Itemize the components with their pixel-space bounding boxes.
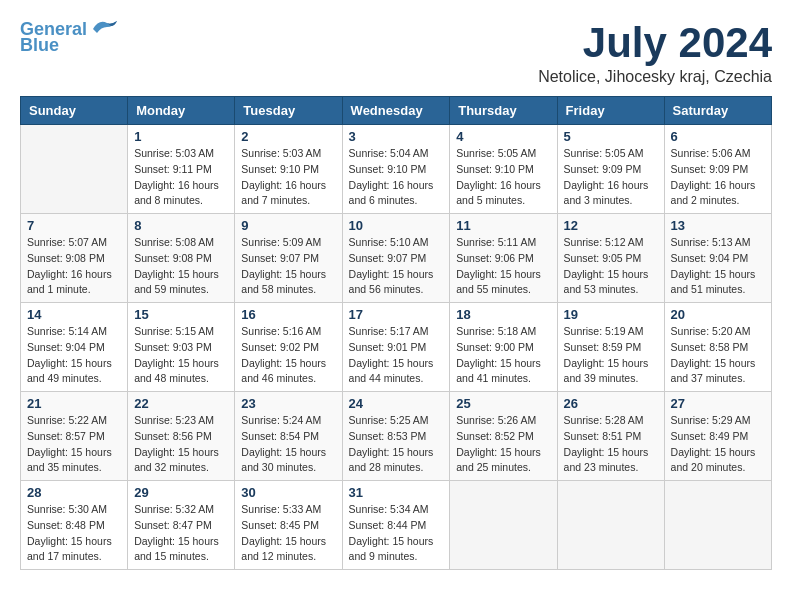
day-number: 16 bbox=[241, 307, 335, 322]
day-number: 27 bbox=[671, 396, 765, 411]
weekday-header: Friday bbox=[557, 97, 664, 125]
title-block: July 2024 Netolice, Jihocesky kraj, Czec… bbox=[538, 20, 772, 86]
day-number: 21 bbox=[27, 396, 121, 411]
calendar-cell: 10Sunrise: 5:10 AM Sunset: 9:07 PM Dayli… bbox=[342, 214, 450, 303]
day-number: 5 bbox=[564, 129, 658, 144]
day-info: Sunrise: 5:10 AM Sunset: 9:07 PM Dayligh… bbox=[349, 235, 444, 298]
day-number: 1 bbox=[134, 129, 228, 144]
calendar-cell bbox=[21, 125, 128, 214]
calendar-cell: 5Sunrise: 5:05 AM Sunset: 9:09 PM Daylig… bbox=[557, 125, 664, 214]
calendar-table: SundayMondayTuesdayWednesdayThursdayFrid… bbox=[20, 96, 772, 570]
day-info: Sunrise: 5:23 AM Sunset: 8:56 PM Dayligh… bbox=[134, 413, 228, 476]
day-number: 24 bbox=[349, 396, 444, 411]
day-info: Sunrise: 5:17 AM Sunset: 9:01 PM Dayligh… bbox=[349, 324, 444, 387]
calendar-cell: 3Sunrise: 5:04 AM Sunset: 9:10 PM Daylig… bbox=[342, 125, 450, 214]
day-number: 22 bbox=[134, 396, 228, 411]
calendar-cell: 26Sunrise: 5:28 AM Sunset: 8:51 PM Dayli… bbox=[557, 392, 664, 481]
weekday-header: Wednesday bbox=[342, 97, 450, 125]
calendar-cell: 13Sunrise: 5:13 AM Sunset: 9:04 PM Dayli… bbox=[664, 214, 771, 303]
day-number: 11 bbox=[456, 218, 550, 233]
day-number: 6 bbox=[671, 129, 765, 144]
calendar-cell: 31Sunrise: 5:34 AM Sunset: 8:44 PM Dayli… bbox=[342, 481, 450, 570]
calendar-week-row: 1Sunrise: 5:03 AM Sunset: 9:11 PM Daylig… bbox=[21, 125, 772, 214]
day-number: 3 bbox=[349, 129, 444, 144]
day-number: 10 bbox=[349, 218, 444, 233]
day-number: 13 bbox=[671, 218, 765, 233]
calendar-cell: 25Sunrise: 5:26 AM Sunset: 8:52 PM Dayli… bbox=[450, 392, 557, 481]
calendar-cell: 16Sunrise: 5:16 AM Sunset: 9:02 PM Dayli… bbox=[235, 303, 342, 392]
day-info: Sunrise: 5:16 AM Sunset: 9:02 PM Dayligh… bbox=[241, 324, 335, 387]
day-info: Sunrise: 5:26 AM Sunset: 8:52 PM Dayligh… bbox=[456, 413, 550, 476]
calendar-cell bbox=[557, 481, 664, 570]
calendar-header-row: SundayMondayTuesdayWednesdayThursdayFrid… bbox=[21, 97, 772, 125]
calendar-cell: 17Sunrise: 5:17 AM Sunset: 9:01 PM Dayli… bbox=[342, 303, 450, 392]
day-number: 7 bbox=[27, 218, 121, 233]
logo-bird-icon bbox=[89, 17, 119, 39]
calendar-cell bbox=[450, 481, 557, 570]
calendar-cell: 4Sunrise: 5:05 AM Sunset: 9:10 PM Daylig… bbox=[450, 125, 557, 214]
calendar-cell: 29Sunrise: 5:32 AM Sunset: 8:47 PM Dayli… bbox=[128, 481, 235, 570]
day-number: 25 bbox=[456, 396, 550, 411]
calendar-cell bbox=[664, 481, 771, 570]
day-info: Sunrise: 5:08 AM Sunset: 9:08 PM Dayligh… bbox=[134, 235, 228, 298]
day-info: Sunrise: 5:34 AM Sunset: 8:44 PM Dayligh… bbox=[349, 502, 444, 565]
calendar-cell: 28Sunrise: 5:30 AM Sunset: 8:48 PM Dayli… bbox=[21, 481, 128, 570]
calendar-week-row: 14Sunrise: 5:14 AM Sunset: 9:04 PM Dayli… bbox=[21, 303, 772, 392]
day-number: 19 bbox=[564, 307, 658, 322]
day-info: Sunrise: 5:04 AM Sunset: 9:10 PM Dayligh… bbox=[349, 146, 444, 209]
calendar-week-row: 21Sunrise: 5:22 AM Sunset: 8:57 PM Dayli… bbox=[21, 392, 772, 481]
day-info: Sunrise: 5:15 AM Sunset: 9:03 PM Dayligh… bbox=[134, 324, 228, 387]
logo: General Blue bbox=[20, 20, 119, 56]
calendar-cell: 7Sunrise: 5:07 AM Sunset: 9:08 PM Daylig… bbox=[21, 214, 128, 303]
day-info: Sunrise: 5:28 AM Sunset: 8:51 PM Dayligh… bbox=[564, 413, 658, 476]
calendar-cell: 8Sunrise: 5:08 AM Sunset: 9:08 PM Daylig… bbox=[128, 214, 235, 303]
day-number: 29 bbox=[134, 485, 228, 500]
day-number: 18 bbox=[456, 307, 550, 322]
day-number: 28 bbox=[27, 485, 121, 500]
day-info: Sunrise: 5:03 AM Sunset: 9:10 PM Dayligh… bbox=[241, 146, 335, 209]
calendar-cell: 6Sunrise: 5:06 AM Sunset: 9:09 PM Daylig… bbox=[664, 125, 771, 214]
calendar-cell: 19Sunrise: 5:19 AM Sunset: 8:59 PM Dayli… bbox=[557, 303, 664, 392]
weekday-header: Saturday bbox=[664, 97, 771, 125]
day-info: Sunrise: 5:14 AM Sunset: 9:04 PM Dayligh… bbox=[27, 324, 121, 387]
calendar-cell: 11Sunrise: 5:11 AM Sunset: 9:06 PM Dayli… bbox=[450, 214, 557, 303]
day-number: 9 bbox=[241, 218, 335, 233]
day-info: Sunrise: 5:32 AM Sunset: 8:47 PM Dayligh… bbox=[134, 502, 228, 565]
day-number: 4 bbox=[456, 129, 550, 144]
day-info: Sunrise: 5:11 AM Sunset: 9:06 PM Dayligh… bbox=[456, 235, 550, 298]
calendar-week-row: 7Sunrise: 5:07 AM Sunset: 9:08 PM Daylig… bbox=[21, 214, 772, 303]
day-number: 20 bbox=[671, 307, 765, 322]
weekday-header: Monday bbox=[128, 97, 235, 125]
day-info: Sunrise: 5:22 AM Sunset: 8:57 PM Dayligh… bbox=[27, 413, 121, 476]
calendar-cell: 15Sunrise: 5:15 AM Sunset: 9:03 PM Dayli… bbox=[128, 303, 235, 392]
day-number: 2 bbox=[241, 129, 335, 144]
day-info: Sunrise: 5:06 AM Sunset: 9:09 PM Dayligh… bbox=[671, 146, 765, 209]
calendar-cell: 2Sunrise: 5:03 AM Sunset: 9:10 PM Daylig… bbox=[235, 125, 342, 214]
day-number: 8 bbox=[134, 218, 228, 233]
calendar-cell: 12Sunrise: 5:12 AM Sunset: 9:05 PM Dayli… bbox=[557, 214, 664, 303]
page-header: General Blue July 2024 Netolice, Jihoces… bbox=[20, 20, 772, 86]
day-number: 17 bbox=[349, 307, 444, 322]
calendar-week-row: 28Sunrise: 5:30 AM Sunset: 8:48 PM Dayli… bbox=[21, 481, 772, 570]
calendar-cell: 14Sunrise: 5:14 AM Sunset: 9:04 PM Dayli… bbox=[21, 303, 128, 392]
day-info: Sunrise: 5:03 AM Sunset: 9:11 PM Dayligh… bbox=[134, 146, 228, 209]
day-info: Sunrise: 5:30 AM Sunset: 8:48 PM Dayligh… bbox=[27, 502, 121, 565]
calendar-cell: 18Sunrise: 5:18 AM Sunset: 9:00 PM Dayli… bbox=[450, 303, 557, 392]
calendar-cell: 23Sunrise: 5:24 AM Sunset: 8:54 PM Dayli… bbox=[235, 392, 342, 481]
day-number: 12 bbox=[564, 218, 658, 233]
month-title: July 2024 bbox=[538, 20, 772, 66]
day-info: Sunrise: 5:19 AM Sunset: 8:59 PM Dayligh… bbox=[564, 324, 658, 387]
calendar-cell: 9Sunrise: 5:09 AM Sunset: 9:07 PM Daylig… bbox=[235, 214, 342, 303]
day-number: 30 bbox=[241, 485, 335, 500]
weekday-header: Tuesday bbox=[235, 97, 342, 125]
weekday-header: Sunday bbox=[21, 97, 128, 125]
day-info: Sunrise: 5:29 AM Sunset: 8:49 PM Dayligh… bbox=[671, 413, 765, 476]
calendar-cell: 22Sunrise: 5:23 AM Sunset: 8:56 PM Dayli… bbox=[128, 392, 235, 481]
day-info: Sunrise: 5:33 AM Sunset: 8:45 PM Dayligh… bbox=[241, 502, 335, 565]
day-info: Sunrise: 5:09 AM Sunset: 9:07 PM Dayligh… bbox=[241, 235, 335, 298]
day-info: Sunrise: 5:07 AM Sunset: 9:08 PM Dayligh… bbox=[27, 235, 121, 298]
day-info: Sunrise: 5:18 AM Sunset: 9:00 PM Dayligh… bbox=[456, 324, 550, 387]
day-number: 26 bbox=[564, 396, 658, 411]
location: Netolice, Jihocesky kraj, Czechia bbox=[538, 68, 772, 86]
calendar-cell: 27Sunrise: 5:29 AM Sunset: 8:49 PM Dayli… bbox=[664, 392, 771, 481]
